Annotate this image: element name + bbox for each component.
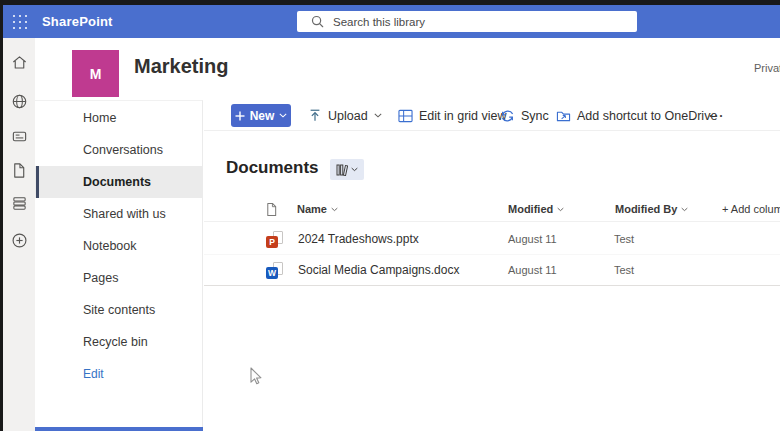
upload-icon: [308, 108, 322, 123]
suite-bar: SharePoint: [3, 5, 780, 38]
nav-item-pages[interactable]: Pages: [35, 262, 202, 294]
nav-item-recycle-bin[interactable]: Recycle bin: [35, 326, 202, 358]
create-icon[interactable]: [3, 224, 35, 256]
site-nav: Home Conversations Documents Shared with…: [35, 100, 203, 431]
window-left-edge: [0, 0, 3, 431]
nav-scrollbar[interactable]: [35, 427, 203, 431]
file-type-column-icon[interactable]: [265, 196, 278, 222]
library-heading-row: Documents: [204, 155, 780, 185]
nav-selected-accent: [36, 166, 39, 198]
add-column-button[interactable]: + Add column: [722, 196, 780, 222]
news-icon[interactable]: [3, 120, 35, 152]
library-title: Documents: [226, 158, 319, 178]
table-header: Name Modified Modified By + Add column: [204, 196, 780, 222]
ellipsis-icon: ···: [709, 109, 725, 123]
nav-item-site-contents[interactable]: Site contents: [35, 294, 202, 326]
more-commands-button[interactable]: ···: [709, 100, 725, 131]
column-header-modified[interactable]: Modified: [508, 196, 564, 222]
site-title[interactable]: Marketing: [134, 55, 228, 78]
home-icon[interactable]: [3, 46, 35, 78]
powerpoint-file-icon: P: [266, 231, 283, 248]
site-logo[interactable]: M: [72, 50, 119, 97]
plus-icon: [235, 111, 245, 121]
chevron-down-icon: [374, 113, 382, 118]
nav-item-shared-with-us[interactable]: Shared with us: [35, 198, 202, 230]
my-files-icon[interactable]: [3, 154, 35, 186]
chevron-down-icon: [331, 207, 338, 212]
file-modified: August 11: [508, 255, 557, 286]
app-title[interactable]: SharePoint: [42, 5, 113, 38]
app-rail: [3, 38, 35, 431]
chevron-down-icon: [557, 207, 564, 212]
search-box[interactable]: [297, 11, 637, 32]
mouse-cursor: [248, 366, 262, 386]
new-button[interactable]: New: [231, 104, 291, 127]
sharepoint-window: SharePoint M: [0, 0, 780, 431]
onedrive-shortcut-icon: [556, 109, 571, 123]
file-modified: August 11: [508, 224, 557, 255]
nav-item-documents[interactable]: Documents: [35, 166, 202, 198]
grid-icon: [398, 109, 413, 123]
library-views-icon: [336, 164, 348, 176]
nav-item-home[interactable]: Home: [35, 102, 202, 134]
file-name[interactable]: Social Media Campaigns.docx: [298, 255, 459, 286]
search-input[interactable]: [333, 16, 637, 28]
nav-item-label: Documents: [83, 175, 151, 189]
add-shortcut-label: Add shortcut to OneDrive: [577, 109, 717, 123]
my-lists-icon[interactable]: [3, 187, 35, 219]
chevron-down-icon: [351, 167, 358, 172]
nav-item-conversations[interactable]: Conversations: [35, 134, 202, 166]
table-row[interactable]: W Social Media Campaigns.docx August 11 …: [204, 255, 780, 286]
word-file-icon: W: [266, 262, 283, 279]
search-icon: [311, 15, 324, 28]
document-icon: [265, 202, 278, 217]
chevron-down-icon: [279, 113, 287, 118]
file-modified-by: Test: [614, 255, 634, 286]
globe-icon[interactable]: [3, 85, 35, 117]
edit-grid-view-button[interactable]: Edit in grid view: [398, 100, 507, 131]
new-button-label: New: [250, 109, 275, 123]
sync-button[interactable]: Sync: [500, 100, 549, 131]
sync-icon: [500, 109, 515, 123]
add-shortcut-onedrive-button[interactable]: Add shortcut to OneDrive: [556, 100, 717, 131]
column-header-name[interactable]: Name: [297, 196, 338, 222]
site-privacy-label: Private group: [754, 62, 780, 74]
upload-label: Upload: [328, 109, 368, 123]
column-header-modified-by[interactable]: Modified By: [615, 196, 688, 222]
library-content: New Upload Edit in grid view Sync Add sh…: [204, 100, 780, 431]
file-modified-by: Test: [614, 224, 634, 255]
upload-button[interactable]: Upload: [308, 100, 382, 131]
site-logo-letter: M: [90, 66, 102, 82]
view-selector-button[interactable]: [330, 159, 364, 180]
table-row[interactable]: P 2024 Tradeshows.pptx August 11 Test: [204, 224, 780, 255]
nav-edit-link[interactable]: Edit: [35, 358, 202, 390]
file-name[interactable]: 2024 Tradeshows.pptx: [298, 224, 419, 255]
app-launcher-icon[interactable]: [11, 13, 29, 31]
sync-label: Sync: [521, 109, 549, 123]
site-header: M Marketing Private group: [35, 38, 780, 100]
nav-item-notebook[interactable]: Notebook: [35, 230, 202, 262]
chevron-down-icon: [681, 207, 688, 212]
command-bar: New Upload Edit in grid view Sync Add sh…: [204, 100, 780, 131]
edit-grid-view-label: Edit in grid view: [419, 109, 507, 123]
